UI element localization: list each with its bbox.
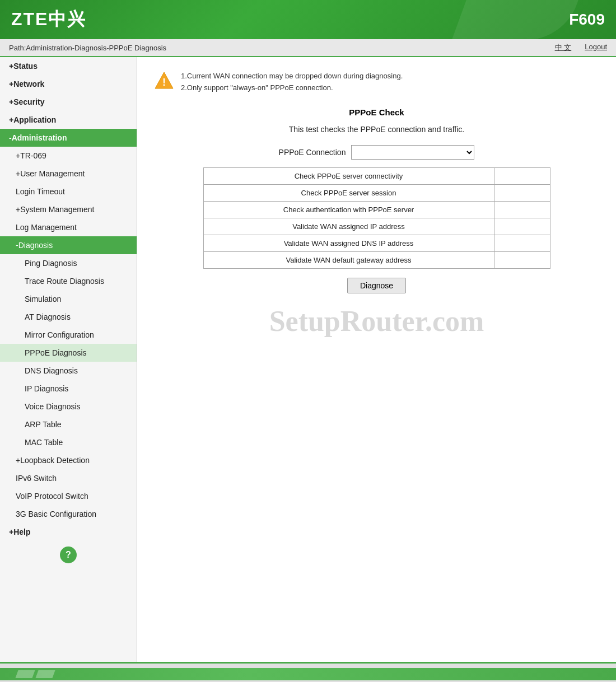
pppoe-connection-select[interactable]: [351, 145, 474, 160]
footer-stripe: [0, 668, 616, 680]
check-result: [494, 201, 550, 218]
pppoe-connection-row: PPPoE Connection: [154, 145, 599, 160]
help-icon[interactable]: ?: [60, 546, 77, 563]
logout-link[interactable]: Logout: [585, 43, 607, 53]
sidebar-item-ping-diagnosis[interactable]: Ping Diagnosis: [0, 254, 137, 272]
check-label: Validate WAN assigned IP address: [203, 218, 494, 235]
section-desc: This test checks the PPPoE connection an…: [154, 125, 599, 134]
check-table: Check PPPoE server connectivityCheck PPP…: [203, 167, 550, 269]
check-result: [494, 251, 550, 268]
sidebar-item-arp-table[interactable]: ARP Table: [0, 415, 137, 433]
content-area: ! 1.Current WAN connection may be droppe…: [137, 57, 616, 662]
main-layout: +Status +Network +Security +Application …: [0, 57, 616, 662]
logo: ZTE中兴: [11, 7, 86, 32]
check-table-row: Validate WAN default gateway address: [203, 251, 550, 268]
footer-stripe-bar-2: [35, 670, 55, 678]
sidebar-item-administration[interactable]: -Administration: [0, 129, 137, 147]
check-table-row: Check PPPoE server session: [203, 184, 550, 201]
sidebar-item-diagnosis[interactable]: -Diagnosis: [0, 236, 137, 254]
sidebar-item-simulation[interactable]: Simulation: [0, 290, 137, 308]
check-label: Validate WAN assigned DNS IP address: [203, 235, 494, 251]
check-result: [494, 184, 550, 201]
sidebar-item-voip-switch[interactable]: VoIP Protocol Switch: [0, 487, 137, 505]
sidebar-item-ipv6-switch[interactable]: IPv6 Switch: [0, 469, 137, 487]
sidebar-item-help[interactable]: +Help: [0, 523, 137, 541]
lang-switch[interactable]: 中 文: [555, 43, 572, 53]
check-label: Check PPPoE server connectivity: [203, 167, 494, 184]
check-table-row: Validate WAN assigned IP address: [203, 218, 550, 235]
sidebar-item-user-management[interactable]: +User Management: [0, 165, 137, 183]
section-title: PPPoE Check: [154, 108, 599, 117]
model: F609: [569, 11, 605, 29]
sidebar-item-tr069[interactable]: +TR-069: [0, 147, 137, 165]
svg-text:!: !: [162, 77, 166, 88]
check-result: [494, 167, 550, 184]
check-label: Validate WAN default gateway address: [203, 251, 494, 268]
warning-text: 1.Current WAN connection may be dropped …: [181, 71, 403, 94]
header: ZTE中兴 F609: [0, 0, 616, 39]
pppoe-connection-label: PPPoE Connection: [279, 148, 346, 157]
warning-icon: !: [154, 71, 174, 91]
sidebar-item-at-diagnosis[interactable]: AT Diagnosis: [0, 308, 137, 326]
watermark: SetupRouter.com: [154, 305, 599, 338]
check-table-row: Check authentication with PPPoE server: [203, 201, 550, 218]
check-label: Check PPPoE server session: [203, 184, 494, 201]
sidebar-item-3g-config[interactable]: 3G Basic Configuration: [0, 505, 137, 523]
sidebar-item-mirror-config[interactable]: Mirror Configuration: [0, 326, 137, 344]
sidebar-item-login-timeout[interactable]: Login Timeout: [0, 183, 137, 200]
sidebar-item-mac-table[interactable]: MAC Table: [0, 433, 137, 451]
sidebar-item-log-management[interactable]: Log Management: [0, 218, 137, 236]
check-result: [494, 235, 550, 251]
topbar: Path:Administration-Diagnosis-PPPoE Diag…: [0, 39, 616, 57]
breadcrumb: Path:Administration-Diagnosis-PPPoE Diag…: [9, 44, 166, 52]
footer-stripe-bar-1: [15, 670, 35, 678]
sidebar-item-dns-diagnosis[interactable]: DNS Diagnosis: [0, 362, 137, 380]
sidebar-item-pppoe-diagnosis[interactable]: PPPoE Diagnosis: [0, 344, 137, 362]
check-table-row: Check PPPoE server connectivity: [203, 167, 550, 184]
warning-box: ! 1.Current WAN connection may be droppe…: [154, 68, 599, 96]
sidebar-item-status[interactable]: +Status: [0, 57, 137, 75]
sidebar-item-network[interactable]: +Network: [0, 75, 137, 93]
check-result: [494, 218, 550, 235]
sidebar: +Status +Network +Security +Application …: [0, 57, 137, 662]
check-table-row: Validate WAN assigned DNS IP address: [203, 235, 550, 251]
sidebar-item-trace-route[interactable]: Trace Route Diagnosis: [0, 272, 137, 290]
sidebar-item-ip-diagnosis[interactable]: IP Diagnosis: [0, 380, 137, 398]
footer: ©2008-2015 ZTE Corporation. All rights r…: [0, 662, 616, 682]
sidebar-item-voice-diagnosis[interactable]: Voice Diagnosis: [0, 398, 137, 415]
sidebar-item-application[interactable]: +Application: [0, 111, 137, 129]
sidebar-item-loopback[interactable]: +Loopback Detection: [0, 451, 137, 469]
sidebar-item-security[interactable]: +Security: [0, 93, 137, 111]
check-label: Check authentication with PPPoE server: [203, 201, 494, 218]
diagnose-button[interactable]: Diagnose: [347, 278, 406, 293]
sidebar-item-system-management[interactable]: +System Management: [0, 200, 137, 218]
